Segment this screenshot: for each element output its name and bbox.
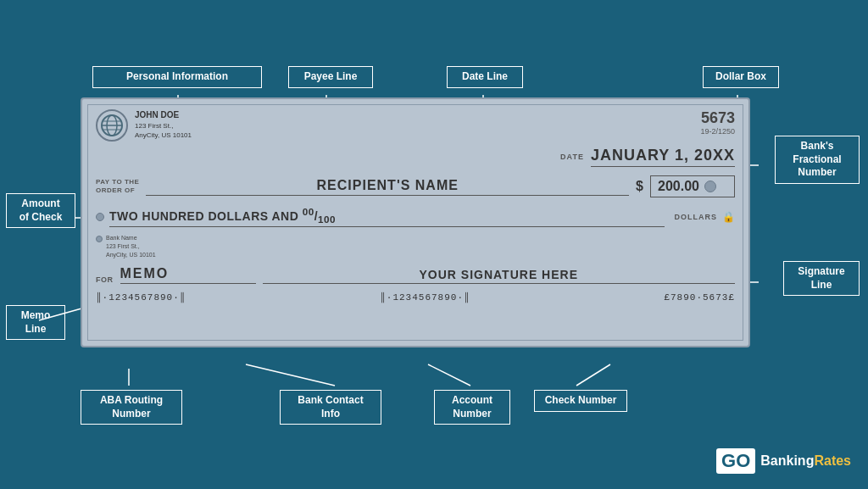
recipient-name: RECIPIENT'S NAME bbox=[146, 178, 629, 196]
brand: GO BankingRates bbox=[716, 448, 851, 474]
account-number-label: Account Number bbox=[434, 390, 510, 425]
micr-routing: ║·1234567890·║ bbox=[96, 292, 186, 303]
amount-of-check-label: Amount of Check bbox=[6, 193, 75, 228]
check-container: JOHN DOE 123 First St., AnyCity, US 1010… bbox=[81, 97, 750, 347]
amount-box: 200.00 bbox=[650, 175, 735, 197]
amount-circle bbox=[704, 181, 716, 192]
memo-value: MEMO bbox=[120, 266, 256, 284]
date-label: DATE bbox=[560, 153, 584, 161]
globe-icon bbox=[96, 109, 128, 142]
signature-line-label: Signature Line bbox=[783, 261, 860, 296]
svg-line-11 bbox=[576, 364, 610, 386]
pay-to-label: PAY TO THEORDER OF bbox=[96, 178, 139, 196]
svg-line-10 bbox=[428, 364, 470, 386]
written-amount-row: TWO HUNDRED DOLLARS AND 00/100 DOLLARS 🔒 bbox=[96, 206, 735, 227]
signature-value: YOUR SIGNATURE HERE bbox=[263, 268, 736, 284]
bank-contact-details: Bank Name 123 First St.,AnyCity, US 1010… bbox=[106, 234, 156, 258]
written-amount-dot bbox=[96, 213, 104, 221]
date-row: DATE JANUARY 1, 20XX bbox=[96, 147, 735, 167]
svg-line-9 bbox=[246, 364, 335, 386]
bank-info-dot bbox=[96, 236, 103, 242]
lock-icon: 🔒 bbox=[722, 211, 735, 223]
micr-account: ║·1234567890·║ bbox=[380, 292, 470, 303]
check-number-area: 5673 19-2/1250 bbox=[700, 109, 735, 136]
bank-address: 123 First St.,AnyCity, US 10101 bbox=[106, 242, 156, 259]
personal-information-label: Personal Information bbox=[92, 66, 262, 88]
banks-fractional-number-label: Bank's Fractional Number bbox=[775, 136, 860, 184]
date-value: JANUARY 1, 20XX bbox=[591, 147, 735, 167]
dollars-label: DOLLARS bbox=[675, 213, 718, 221]
check-number-label: Check Number bbox=[534, 390, 627, 412]
payee-line-label: Payee Line bbox=[288, 66, 373, 88]
brand-go: GO bbox=[716, 448, 755, 474]
dollar-sign: $ bbox=[636, 179, 643, 194]
dollar-box-label: Dollar Box bbox=[703, 66, 779, 88]
account-holder-address: 123 First St., AnyCity, US 10101 bbox=[135, 121, 192, 140]
check: JOHN DOE 123 First St., AnyCity, US 1010… bbox=[81, 97, 750, 347]
aba-routing-number-label: ABA Routing Number bbox=[81, 390, 182, 425]
bank-name: Bank Name bbox=[106, 234, 156, 242]
brand-rates: Rates bbox=[814, 453, 851, 468]
check-header-row: JOHN DOE 123 First St., AnyCity, US 1010… bbox=[96, 109, 735, 142]
written-amount-text: TWO HUNDRED DOLLARS AND 00/100 bbox=[109, 206, 665, 227]
micr-row: ║·1234567890·║ ║·1234567890·║ £7890·5673… bbox=[96, 292, 735, 303]
bank-logo-area: JOHN DOE 123 First St., AnyCity, US 1010… bbox=[96, 109, 192, 142]
bank-info-row: Bank Name 123 First St.,AnyCity, US 1010… bbox=[96, 234, 735, 258]
brand-banking: Banking bbox=[760, 453, 814, 468]
memo-line-label: Memo Line bbox=[6, 305, 65, 340]
micr-check-number: £7890·5673£ bbox=[664, 292, 735, 303]
amount-value: 200.00 bbox=[658, 179, 699, 194]
pay-to-row: PAY TO THEORDER OF RECIPIENT'S NAME $ 20… bbox=[96, 175, 735, 197]
account-holder-info: JOHN DOE 123 First St., AnyCity, US 1010… bbox=[135, 109, 192, 140]
account-holder-name: JOHN DOE bbox=[135, 109, 192, 121]
date-line-label: Date Line bbox=[447, 66, 523, 88]
bank-contact-info-label: Bank Contact Info bbox=[280, 390, 381, 425]
check-number-display: 5673 bbox=[700, 109, 735, 127]
for-label: FOR bbox=[96, 275, 114, 284]
memo-sig-row: FOR MEMO YOUR SIGNATURE HERE bbox=[96, 266, 735, 284]
fractional-number-display: 19-2/1250 bbox=[700, 127, 735, 136]
